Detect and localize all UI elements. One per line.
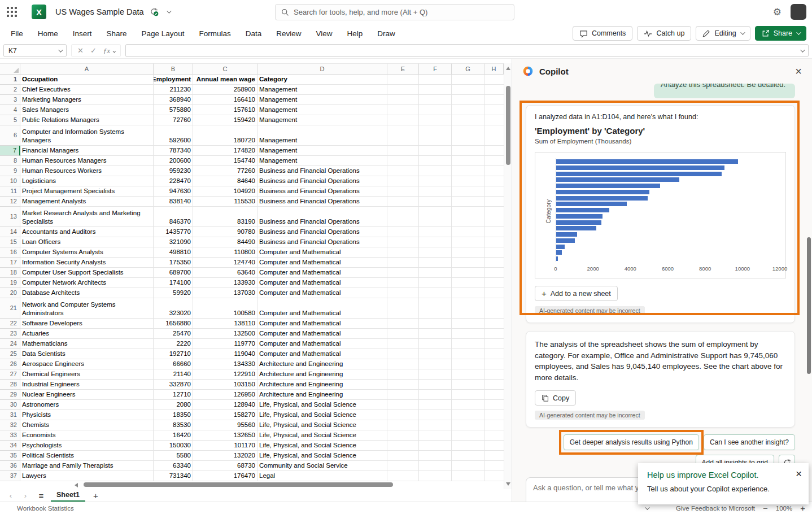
zoom-out-button[interactable]: −	[763, 503, 768, 513]
cell-category[interactable]: Computer and Mathematical	[257, 247, 387, 258]
cell-occupation[interactable]: Chemical Engineers	[20, 369, 154, 380]
cell[interactable]	[452, 380, 484, 390]
cell[interactable]	[452, 268, 484, 278]
cell-category[interactable]: Computer and Mathematical	[257, 268, 387, 278]
cell-category[interactable]: Business and Financial Operations	[257, 207, 387, 227]
cell[interactable]	[419, 369, 452, 380]
cell-employment[interactable]: 228470	[154, 176, 193, 186]
cell[interactable]	[419, 400, 452, 410]
cell[interactable]	[452, 166, 484, 176]
cell-category[interactable]: Community and Social Service	[257, 461, 387, 471]
menu-item-data[interactable]: Data	[238, 27, 269, 41]
cell[interactable]	[484, 369, 504, 380]
cell-employment[interactable]: 5580	[154, 451, 193, 461]
cell[interactable]	[419, 288, 452, 298]
cell-employment[interactable]: 575880	[154, 105, 193, 115]
cell[interactable]	[484, 176, 504, 186]
cell-employment[interactable]: 368940	[154, 95, 193, 105]
cell[interactable]	[484, 115, 504, 125]
cell-employment[interactable]: 947630	[154, 186, 193, 197]
cell-occupation[interactable]: Human Resources Workers	[20, 166, 154, 176]
cell-category[interactable]: Life, Physical, and Social Science	[257, 400, 387, 410]
horizontal-scrollbar-thumb[interactable]	[84, 482, 393, 487]
cell[interactable]	[387, 176, 419, 186]
catch-up-button[interactable]: Catch up	[637, 26, 691, 41]
cell[interactable]	[452, 471, 484, 481]
cell[interactable]	[387, 95, 419, 105]
cell[interactable]	[484, 390, 504, 400]
cell[interactable]	[484, 207, 504, 227]
cell[interactable]	[387, 451, 419, 461]
cell[interactable]	[419, 298, 452, 319]
cell[interactable]	[452, 95, 484, 105]
cell-category[interactable]: Architecture and Engineering	[257, 380, 387, 390]
cell[interactable]	[419, 125, 452, 146]
zoom-level[interactable]: 100%	[776, 505, 792, 512]
close-toast-icon[interactable]: ×	[796, 468, 802, 480]
cell-category[interactable]: Management	[257, 85, 387, 95]
cell-occupation[interactable]: Chief Executives	[20, 85, 154, 95]
cell[interactable]	[452, 339, 484, 349]
column-header-h[interactable]: H	[484, 63, 504, 75]
cell-employment[interactable]: Employment	[154, 75, 193, 85]
cell[interactable]	[419, 176, 452, 186]
cell[interactable]	[419, 471, 452, 481]
cell-wage[interactable]: 95560	[193, 420, 257, 430]
cell[interactable]	[419, 95, 452, 105]
cell-occupation[interactable]: Political Scientists	[20, 451, 154, 461]
cell[interactable]	[387, 247, 419, 258]
row-header-25[interactable]: 25	[0, 349, 20, 359]
cell[interactable]	[452, 278, 484, 288]
cell-category[interactable]: Life, Physical, and Social Science	[257, 451, 387, 461]
cell-category[interactable]: Business and Financial Operations	[257, 237, 387, 247]
cell[interactable]	[387, 349, 419, 359]
cell-wage[interactable]: 180720	[193, 125, 257, 146]
cell[interactable]	[419, 461, 452, 471]
cell-employment[interactable]: 16420	[154, 430, 193, 441]
cell[interactable]	[484, 339, 504, 349]
cell[interactable]	[387, 115, 419, 125]
cell[interactable]	[419, 430, 452, 441]
menu-item-share[interactable]: Share	[99, 27, 134, 41]
cell-employment[interactable]: 731340	[154, 471, 193, 481]
cell-wage[interactable]: 157610	[193, 105, 257, 115]
name-box[interactable]: K7	[3, 44, 67, 57]
cell[interactable]	[452, 359, 484, 369]
copy-button[interactable]: Copy	[535, 390, 576, 406]
cell-wage[interactable]: 132650	[193, 430, 257, 441]
settings-gear-icon[interactable]: ⚙	[773, 6, 782, 18]
cell[interactable]	[419, 115, 452, 125]
menu-item-insert[interactable]: Insert	[66, 27, 99, 41]
cell[interactable]	[452, 410, 484, 420]
cell-category[interactable]: Business and Financial Operations	[257, 197, 387, 207]
row-header-4[interactable]: 4	[0, 105, 20, 115]
cell-wage[interactable]: 124740	[193, 258, 257, 268]
suggestion-another-insight[interactable]: Can I see another insight?	[704, 434, 795, 450]
cell-employment[interactable]: 321090	[154, 237, 193, 247]
cell[interactable]	[419, 319, 452, 329]
cell[interactable]	[484, 146, 504, 156]
formula-input[interactable]	[125, 44, 809, 57]
scroll-up-arrow-icon[interactable]	[506, 67, 510, 70]
account-avatar[interactable]	[791, 4, 806, 20]
cell[interactable]	[452, 298, 484, 319]
cell-wage[interactable]: 154740	[193, 156, 257, 166]
cell-occupation[interactable]: Industrial Engineers	[20, 380, 154, 390]
cell[interactable]	[387, 441, 419, 451]
cell-employment[interactable]: 498810	[154, 247, 193, 258]
cell-occupation[interactable]: Aerospace Engineers	[20, 359, 154, 369]
sheet-tab-sheet1[interactable]: Sheet1	[51, 490, 85, 502]
select-all-corner[interactable]	[0, 63, 20, 75]
cell[interactable]	[387, 75, 419, 85]
cell[interactable]	[452, 329, 484, 339]
cell[interactable]	[452, 156, 484, 166]
workbook-statistics-button[interactable]: Workbook Statistics	[17, 505, 74, 512]
cell[interactable]	[419, 359, 452, 369]
cell-occupation[interactable]: Human Resources Managers	[20, 156, 154, 166]
cell[interactable]	[419, 166, 452, 176]
cell-occupation[interactable]: Physicists	[20, 410, 154, 420]
cell[interactable]	[419, 441, 452, 451]
cell-wage[interactable]: Annual mean wage	[193, 75, 257, 85]
cell-wage[interactable]: 138110	[193, 319, 257, 329]
cell[interactable]	[387, 207, 419, 227]
